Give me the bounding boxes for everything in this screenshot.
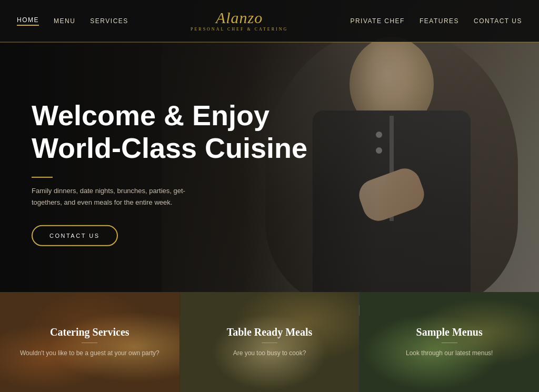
header-bottom-line <box>0 42 539 43</box>
hero-section: Welcome & Enjoy World-Class Cuisine Fami… <box>0 0 539 316</box>
hero-divider <box>32 177 53 178</box>
hero-title: Welcome & Enjoy World-Class Cuisine <box>32 99 321 164</box>
card-2-subtitle: Are you too busy to cook? <box>227 348 313 358</box>
nav-features[interactable]: Features <box>420 17 459 25</box>
card-3-divider <box>442 343 457 343</box>
logo-name: Alanzo <box>191 10 288 26</box>
hero-content: Welcome & Enjoy World-Class Cuisine Fami… <box>32 99 321 246</box>
card-2-content: Table Ready Meals Are you too busy to co… <box>227 326 313 358</box>
nav-contact-us[interactable]: Contact Us <box>474 17 522 25</box>
contact-us-button[interactable]: Contact Us <box>32 225 118 246</box>
nav-menu[interactable]: Menu <box>54 17 75 25</box>
nav-private-chef[interactable]: Private Chef <box>350 17 405 25</box>
cards-section: Catering Services Wouldn't you like to b… <box>0 292 539 392</box>
card-1-title: Catering Services <box>20 326 159 338</box>
nav-services[interactable]: Services <box>90 17 128 25</box>
card-2-divider <box>262 343 277 343</box>
card-3-subtitle: Look through our latest menus! <box>406 348 493 358</box>
card-3-title: Sample Menus <box>406 326 493 338</box>
main-nav: Home Menu Services Alanzo Personal Chef … <box>17 10 522 32</box>
hero-description: Family dinners, date nights, brunches, p… <box>32 185 200 208</box>
card-3-content: Sample Menus Look through our latest men… <box>406 326 493 358</box>
card-2-title: Table Ready Meals <box>227 326 313 338</box>
nav-left: Home Menu Services <box>17 16 128 26</box>
logo-tagline: Personal Chef & Catering <box>191 27 288 32</box>
card-sample-menus[interactable]: Sample Menus Look through our latest men… <box>360 292 539 392</box>
card-table-ready[interactable]: Table Ready Meals Are you too busy to co… <box>180 292 360 392</box>
card-1-subtitle: Wouldn't you like to be a guest at your … <box>20 348 159 358</box>
card-catering[interactable]: Catering Services Wouldn't you like to b… <box>0 292 180 392</box>
card-1-divider <box>82 343 97 343</box>
nav-home[interactable]: Home <box>17 16 39 26</box>
nav-right: Private Chef Features Contact Us <box>350 17 522 25</box>
card-1-content: Catering Services Wouldn't you like to b… <box>20 326 159 358</box>
site-logo: Alanzo Personal Chef & Catering <box>191 10 288 32</box>
site-header: Home Menu Services Alanzo Personal Chef … <box>0 0 539 42</box>
